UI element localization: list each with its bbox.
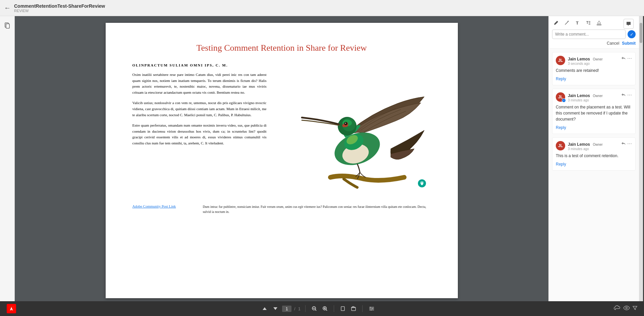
pdf-heading: OLINPRACTUM SULIAM OMNI IPS, C. M. xyxy=(132,63,267,67)
comment-list: JL Jain Lemos Owner 3 seconds ago ⋯ xyxy=(549,49,639,301)
pdf-content: OLINPRACTUM SULIAM OMNI IPS, C. M. Oxim … xyxy=(132,63,431,191)
avatar: JL xyxy=(556,92,565,102)
avatar: JL xyxy=(556,141,565,150)
pdf-image-column xyxy=(277,63,431,191)
pdf-page: Testing Comment Retention in Share for R… xyxy=(106,23,458,298)
comment-more-btn[interactable]: ⋯ xyxy=(627,141,632,146)
submit-button[interactable]: Submit xyxy=(622,41,636,46)
doc-title: CommentRetentionTest-ShareForReview xyxy=(14,3,105,9)
svg-line-26 xyxy=(326,310,327,311)
svg-point-13 xyxy=(421,182,422,183)
comment-time: 3 minutes ago xyxy=(568,147,619,151)
comment-meta: Jain Lemos Owner 3 seconds ago xyxy=(568,56,619,65)
svg-rect-34 xyxy=(370,307,371,308)
filter-button[interactable] xyxy=(633,306,637,312)
right-panel: T T xyxy=(548,16,639,301)
comment-meta: Jain Lemos Owner 3 minutes ago xyxy=(568,141,619,151)
commenter-name: Jain Lemos xyxy=(568,142,590,147)
comment-body: Comments are retained! xyxy=(556,67,632,74)
comment-item: JL Jain Lemos Owner 3 minutes ago ⋯ xyxy=(552,89,636,134)
comment-reply-icon-btn[interactable] xyxy=(621,92,626,98)
owner-badge: Owner xyxy=(593,143,602,146)
eye-button[interactable] xyxy=(623,306,630,312)
svg-text:T: T xyxy=(586,21,588,25)
comment-header: JL Jain Lemos Owner 3 seconds ago ⋯ xyxy=(556,56,632,65)
page-down-button[interactable] xyxy=(271,305,279,313)
pencil-tool-icon[interactable] xyxy=(563,19,571,27)
zoom-out-button[interactable] xyxy=(310,305,318,313)
comment-time: 3 seconds ago xyxy=(568,62,619,65)
svg-rect-1 xyxy=(6,24,9,28)
toolbar-separator-3 xyxy=(362,305,363,312)
toolbar-separator-2 xyxy=(334,305,334,312)
comment-body: Comment on the placement as a test. Will… xyxy=(556,104,632,122)
pen-tool-icon[interactable] xyxy=(552,19,560,27)
cloud-save-button[interactable] xyxy=(614,305,621,312)
sidebar-pages-icon[interactable] xyxy=(2,20,13,31)
comment-input-row: ✓ xyxy=(552,30,636,39)
reply-button[interactable]: Reply xyxy=(556,162,566,167)
pdf-para1: Oxim inatilii sertabitere rese pare inti… xyxy=(132,72,267,95)
comment-pin[interactable] xyxy=(418,179,426,187)
export-button[interactable] xyxy=(350,305,358,313)
owner-badge: Owner xyxy=(593,57,602,61)
submit-check-button[interactable]: ✓ xyxy=(628,30,636,38)
svg-point-37 xyxy=(626,307,628,309)
comment-tools: T T xyxy=(552,19,636,27)
text-tool-icon[interactable]: T xyxy=(574,19,582,27)
comment-icons: ⋯ xyxy=(621,92,632,98)
page-total: 1 xyxy=(298,306,301,311)
right-panel-scrollbar[interactable] xyxy=(639,16,643,301)
comment-input[interactable] xyxy=(552,30,626,39)
toolbar-separator-1 xyxy=(305,305,306,312)
page-up-button[interactable] xyxy=(261,305,269,313)
svg-rect-29 xyxy=(341,307,344,311)
comment-reply-icon-btn[interactable] xyxy=(621,141,626,146)
commenter-name: Jain Lemos xyxy=(568,93,590,98)
fit-page-button[interactable] xyxy=(339,305,347,313)
pdf-area: Testing Comment Retention in Share for R… xyxy=(15,16,548,301)
comment-item: JL Jain Lemos Owner 3 seconds ago ⋯ xyxy=(552,52,636,85)
highlight-tool-icon[interactable] xyxy=(595,19,603,27)
pdf-para3: Estre quam perferratus, omandam num oman… xyxy=(132,123,267,146)
bottom-toolbar: / 1 xyxy=(0,301,644,316)
toolbar-right xyxy=(614,305,637,312)
svg-rect-35 xyxy=(372,308,373,309)
comment-icons: ⋯ xyxy=(621,141,632,146)
text-format-tool-icon[interactable]: T xyxy=(584,19,592,27)
comment-time: 3 minutes ago xyxy=(568,98,619,102)
pdf-title: Testing Comment Retention in Share for R… xyxy=(132,43,431,53)
comment-icons: ⋯ xyxy=(621,56,632,61)
comment-more-btn[interactable]: ⋯ xyxy=(627,92,632,98)
pdf-footer-text: Dum intrac fur publintre, nonsiciam imiu… xyxy=(203,204,431,214)
cancel-submit-row: Cancel Submit xyxy=(552,41,636,46)
reply-button[interactable]: Reply xyxy=(556,77,566,81)
back-button[interactable]: ← xyxy=(4,4,11,12)
comment-body: This is a test of comment retention. xyxy=(556,153,632,159)
comment-reply-icon-btn[interactable] xyxy=(621,56,626,61)
svg-line-23 xyxy=(315,310,316,311)
comment-more-btn[interactable]: ⋯ xyxy=(627,56,632,61)
svg-point-12 xyxy=(345,123,346,124)
comment-header: JL Jain Lemos Owner 3 minutes ago ⋯ xyxy=(556,92,632,102)
top-bar: ← CommentRetentionTest-ShareForReview RE… xyxy=(0,0,644,16)
pdf-para2: Valicib ustius; nonlosulvir a con vem re… xyxy=(132,100,267,118)
owner-badge: Owner xyxy=(593,94,602,98)
hummingbird-image xyxy=(277,63,424,191)
cancel-button[interactable]: Cancel xyxy=(607,41,619,46)
pdf-text-column: OLINPRACTUM SULIAM OMNI IPS, C. M. Oxim … xyxy=(132,63,267,191)
tools-button[interactable] xyxy=(367,305,376,312)
svg-rect-36 xyxy=(371,310,372,311)
reply-button[interactable]: Reply xyxy=(556,125,566,130)
title-area: CommentRetentionTest-ShareForReview REVI… xyxy=(14,3,105,13)
avatar-badge xyxy=(562,98,566,102)
zoom-in-button[interactable] xyxy=(321,305,329,313)
page-separator: / xyxy=(294,306,296,311)
adobe-community-link[interactable]: Adobe Community Post Link xyxy=(132,204,176,214)
scroll-thumb xyxy=(640,23,642,43)
page-number-input[interactable] xyxy=(282,306,291,312)
chat-bubble-button[interactable] xyxy=(624,19,634,29)
svg-rect-14 xyxy=(568,21,569,22)
adobe-logo[interactable] xyxy=(7,304,16,313)
right-panel-outer: T T xyxy=(548,16,644,301)
